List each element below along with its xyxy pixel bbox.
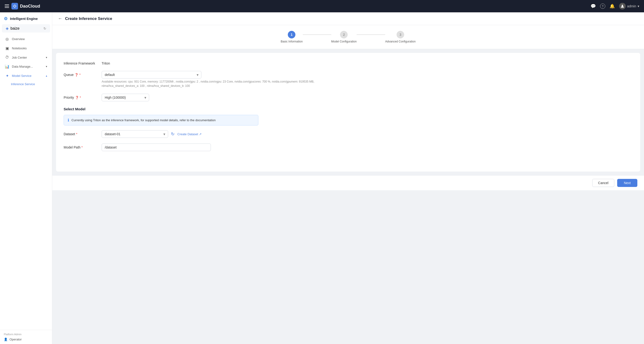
queue-row: Queue ❓ * default Available resources: c… bbox=[64, 71, 632, 88]
queue-select-wrapper: default bbox=[102, 71, 201, 78]
logo-text: DaoCloud bbox=[20, 4, 40, 9]
model-path-label: Model Path * bbox=[64, 144, 102, 149]
overview-icon: ◎ bbox=[5, 37, 10, 41]
avatar bbox=[619, 3, 626, 9]
info-icon: ℹ bbox=[68, 118, 69, 122]
bell-icon[interactable]: 🔔 bbox=[610, 3, 615, 9]
sidebar-bottom: Platform Admin 👤 Operator bbox=[0, 330, 52, 344]
step-1-label: Basic Information bbox=[281, 40, 303, 43]
dataset-select-wrapper: dataset-01 dataset-02 dataset-03 bbox=[102, 130, 168, 138]
info-banner: ℹ Currently using Triton as the inferenc… bbox=[64, 115, 258, 125]
create-dataset-label: Create Dataset bbox=[178, 132, 198, 136]
queue-hint: Available resources: cpu: 931 Core, memo… bbox=[102, 79, 315, 88]
dataset-required: * bbox=[76, 132, 77, 136]
model-path-required: * bbox=[82, 145, 83, 149]
step-1-circle: 1 bbox=[288, 31, 296, 38]
step-2-label: Model Configuration bbox=[331, 40, 357, 43]
user-menu[interactable]: admin ▾ bbox=[619, 3, 639, 9]
stepper: 1 Basic Information 2 Model Configuratio… bbox=[52, 25, 644, 49]
svg-point-2 bbox=[622, 5, 623, 6]
sidebar-item-label: Data Manage... bbox=[12, 65, 33, 68]
next-button[interactable]: Next bbox=[617, 179, 637, 187]
workspace-selector[interactable]: ◈ baize ↻ bbox=[2, 24, 50, 32]
step-1: 1 Basic Information bbox=[281, 31, 303, 43]
user-dropdown-icon: ▾ bbox=[638, 4, 639, 8]
step-3-label: Advanced Configuration bbox=[385, 40, 416, 43]
content-area: ← Create Inference Service 1 Basic Infor… bbox=[52, 12, 644, 344]
job-center-icon: ⏱ bbox=[5, 55, 10, 59]
priority-required: * bbox=[80, 96, 81, 99]
step-connector-1 bbox=[303, 34, 331, 35]
sidebar: ⚙ Intelligent Engine ◈ baize ↻ ◎ Overvie… bbox=[0, 12, 52, 344]
sidebar-item-job-center[interactable]: ⏱ Job Center ▾ bbox=[1, 53, 51, 62]
help-icon[interactable]: ? bbox=[600, 3, 605, 9]
operator-label: Operator bbox=[10, 338, 22, 341]
sidebar-item-data-manage[interactable]: 📊 Data Manage... ▾ bbox=[1, 62, 51, 71]
step-3: 3 Advanced Configuration bbox=[385, 31, 416, 43]
step-3-circle: 3 bbox=[396, 31, 404, 38]
priority-select-wrapper: High (100000) Medium (50000) Low (10000) bbox=[102, 94, 149, 101]
sidebar-item-inference-service[interactable]: Inference Service bbox=[0, 80, 52, 88]
workspace-name: baize bbox=[10, 26, 20, 31]
sidebar-item-operator[interactable]: 👤 Operator bbox=[4, 338, 48, 341]
select-model-title: Select Model bbox=[64, 107, 632, 111]
logo: DaoCloud bbox=[12, 3, 40, 9]
inference-service-label: Inference Service bbox=[11, 82, 35, 86]
platform-admin-label: Platform Admin bbox=[4, 333, 48, 336]
sidebar-item-notebooks[interactable]: ▣ Notebooks bbox=[1, 44, 51, 53]
back-button[interactable]: ← bbox=[58, 16, 62, 21]
sidebar-item-overview[interactable]: ◎ Overview bbox=[1, 34, 51, 44]
page-header: ← Create Inference Service bbox=[52, 12, 644, 25]
sidebar-item-label: Model Service bbox=[12, 74, 31, 78]
queue-help-icon[interactable]: ❓ bbox=[74, 73, 78, 77]
chevron-down-icon: ▾ bbox=[46, 56, 47, 59]
inference-framework-row: Inference Framework Triton bbox=[64, 59, 632, 65]
dataset-select[interactable]: dataset-01 dataset-02 dataset-03 bbox=[102, 130, 168, 138]
hamburger-menu[interactable] bbox=[5, 4, 9, 8]
model-path-input[interactable] bbox=[102, 144, 211, 151]
model-service-icon: ✦ bbox=[5, 73, 10, 78]
queue-required: * bbox=[79, 73, 80, 77]
dataset-label: Dataset * bbox=[64, 130, 102, 136]
workspace-icon: ◈ bbox=[6, 26, 8, 31]
data-manage-icon: 📊 bbox=[5, 64, 10, 69]
step-2-circle: 2 bbox=[340, 31, 348, 38]
external-link-icon: ↗ bbox=[199, 132, 202, 136]
page-footer: Cancel Next bbox=[52, 175, 644, 190]
sidebar-item-label: Job Center bbox=[12, 56, 27, 59]
sidebar-engine-label: Intelligent Engine bbox=[10, 17, 38, 21]
top-navigation: DaoCloud 💬 ? 🔔 admin ▾ bbox=[0, 0, 644, 12]
info-banner-text: Currently using Triton as the inference … bbox=[72, 118, 216, 122]
inference-framework-value: Triton bbox=[102, 59, 110, 65]
priority-select[interactable]: High (100000) Medium (50000) Low (10000) bbox=[102, 94, 149, 101]
sidebar-item-model-service[interactable]: ✦ Model Service ▴ bbox=[1, 71, 51, 80]
main-layout: ⚙ Intelligent Engine ◈ baize ↻ ◎ Overvie… bbox=[0, 12, 644, 344]
notebooks-icon: ▣ bbox=[5, 46, 10, 50]
cancel-button[interactable]: Cancel bbox=[592, 179, 614, 187]
workspace-refresh-icon[interactable]: ↻ bbox=[44, 26, 46, 30]
chat-icon[interactable]: 💬 bbox=[590, 3, 596, 9]
inference-framework-label: Inference Framework bbox=[64, 59, 102, 65]
priority-row: Priority ❓ * High (100000) Medium (50000… bbox=[64, 94, 632, 101]
priority-label: Priority ❓ * bbox=[64, 94, 102, 99]
svg-point-1 bbox=[14, 5, 16, 7]
sidebar-item-label: Overview bbox=[12, 37, 25, 41]
dataset-row: Dataset * dataset-01 dataset-02 dataset-… bbox=[64, 130, 632, 138]
queue-field-group: default Available resources: cpu: 931 Co… bbox=[102, 71, 315, 88]
sidebar-item-label: Notebooks bbox=[12, 46, 26, 50]
sidebar-engine-header: ⚙ Intelligent Engine bbox=[0, 12, 52, 24]
step-connector-2 bbox=[357, 34, 385, 35]
dataset-refresh-icon[interactable]: ↻ bbox=[171, 131, 174, 137]
step-2: 2 Model Configuration bbox=[331, 31, 357, 43]
model-path-row: Model Path * bbox=[64, 144, 632, 151]
topnav-left: DaoCloud bbox=[5, 3, 40, 9]
page-title: Create Inference Service bbox=[65, 16, 112, 21]
chevron-up-icon: ▴ bbox=[46, 74, 47, 77]
engine-icon: ⚙ bbox=[4, 16, 8, 21]
stepper-steps: 1 Basic Information 2 Model Configuratio… bbox=[281, 31, 416, 43]
queue-label: Queue ❓ * bbox=[64, 71, 102, 77]
queue-select[interactable]: default bbox=[102, 71, 201, 78]
priority-help-icon[interactable]: ❓ bbox=[75, 96, 79, 99]
create-dataset-link[interactable]: Create Dataset ↗ bbox=[178, 132, 202, 136]
chevron-down-icon: ▾ bbox=[46, 65, 47, 68]
